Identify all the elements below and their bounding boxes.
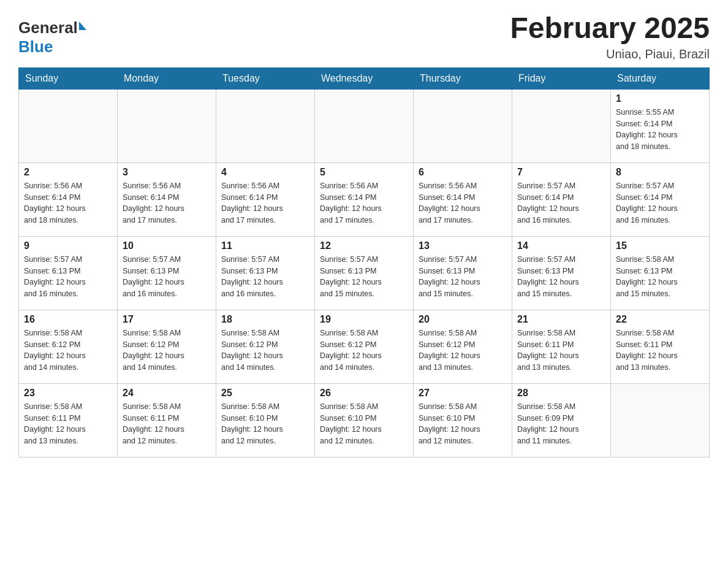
day-number: 18 bbox=[221, 314, 309, 325]
day-info: Sunrise: 5:56 AM Sunset: 6:14 PM Dayligh… bbox=[221, 180, 309, 226]
day-number: 4 bbox=[221, 167, 309, 178]
day-number: 2 bbox=[24, 167, 112, 178]
calendar-week-row: 1Sunrise: 5:55 AM Sunset: 6:14 PM Daylig… bbox=[19, 89, 710, 163]
day-number: 28 bbox=[517, 388, 605, 399]
day-number: 19 bbox=[320, 314, 408, 325]
calendar-cell bbox=[315, 89, 414, 163]
day-info: Sunrise: 5:58 AM Sunset: 6:11 PM Dayligh… bbox=[123, 401, 211, 447]
header-day-friday: Friday bbox=[512, 67, 611, 89]
day-number: 6 bbox=[419, 167, 507, 178]
calendar-cell: 10Sunrise: 5:57 AM Sunset: 6:13 PM Dayli… bbox=[118, 236, 216, 310]
logo-triangle-icon bbox=[79, 21, 86, 30]
calendar-week-row: 9Sunrise: 5:57 AM Sunset: 6:13 PM Daylig… bbox=[19, 236, 710, 310]
day-info: Sunrise: 5:56 AM Sunset: 6:14 PM Dayligh… bbox=[320, 180, 408, 226]
header-day-saturday: Saturday bbox=[611, 67, 710, 89]
day-number: 24 bbox=[123, 388, 211, 399]
location-title: Uniao, Piaui, Brazil bbox=[510, 47, 710, 61]
calendar-cell: 22Sunrise: 5:58 AM Sunset: 6:11 PM Dayli… bbox=[611, 310, 710, 383]
day-info: Sunrise: 5:56 AM Sunset: 6:14 PM Dayligh… bbox=[123, 180, 211, 226]
day-info: Sunrise: 5:58 AM Sunset: 6:10 PM Dayligh… bbox=[221, 401, 309, 447]
calendar-cell: 25Sunrise: 5:58 AM Sunset: 6:10 PM Dayli… bbox=[216, 383, 315, 457]
calendar-cell: 1Sunrise: 5:55 AM Sunset: 6:14 PM Daylig… bbox=[611, 89, 710, 163]
calendar-cell: 3Sunrise: 5:56 AM Sunset: 6:14 PM Daylig… bbox=[118, 163, 216, 236]
day-number: 10 bbox=[123, 240, 211, 251]
day-info: Sunrise: 5:58 AM Sunset: 6:10 PM Dayligh… bbox=[320, 401, 408, 447]
header-day-sunday: Sunday bbox=[19, 67, 118, 89]
day-number: 23 bbox=[24, 388, 112, 399]
day-number: 5 bbox=[320, 167, 408, 178]
day-number: 20 bbox=[419, 314, 507, 325]
day-number: 12 bbox=[320, 240, 408, 251]
day-number: 8 bbox=[616, 167, 704, 178]
day-info: Sunrise: 5:57 AM Sunset: 6:13 PM Dayligh… bbox=[221, 254, 309, 300]
day-info: Sunrise: 5:58 AM Sunset: 6:12 PM Dayligh… bbox=[320, 327, 408, 373]
calendar-cell: 12Sunrise: 5:57 AM Sunset: 6:13 PM Dayli… bbox=[315, 236, 414, 310]
day-number: 27 bbox=[419, 388, 507, 399]
day-info: Sunrise: 5:58 AM Sunset: 6:12 PM Dayligh… bbox=[123, 327, 211, 373]
day-number: 15 bbox=[616, 240, 704, 251]
calendar-cell: 19Sunrise: 5:58 AM Sunset: 6:12 PM Dayli… bbox=[315, 310, 414, 383]
calendar-week-row: 16Sunrise: 5:58 AM Sunset: 6:12 PM Dayli… bbox=[19, 310, 710, 383]
day-info: Sunrise: 5:57 AM Sunset: 6:14 PM Dayligh… bbox=[616, 180, 704, 226]
day-number: 16 bbox=[24, 314, 112, 325]
calendar-cell: 20Sunrise: 5:58 AM Sunset: 6:12 PM Dayli… bbox=[414, 310, 512, 383]
calendar-cell bbox=[216, 89, 315, 163]
calendar-cell: 13Sunrise: 5:57 AM Sunset: 6:13 PM Dayli… bbox=[414, 236, 512, 310]
header-day-tuesday: Tuesday bbox=[216, 67, 315, 89]
calendar-cell: 15Sunrise: 5:58 AM Sunset: 6:13 PM Dayli… bbox=[611, 236, 710, 310]
day-info: Sunrise: 5:58 AM Sunset: 6:12 PM Dayligh… bbox=[221, 327, 309, 373]
day-number: 14 bbox=[517, 240, 605, 251]
day-info: Sunrise: 5:57 AM Sunset: 6:13 PM Dayligh… bbox=[320, 254, 408, 300]
calendar-week-row: 23Sunrise: 5:58 AM Sunset: 6:11 PM Dayli… bbox=[19, 383, 710, 457]
day-info: Sunrise: 5:57 AM Sunset: 6:13 PM Dayligh… bbox=[419, 254, 507, 300]
day-number: 21 bbox=[517, 314, 605, 325]
calendar: SundayMondayTuesdayWednesdayThursdayFrid… bbox=[18, 67, 710, 458]
logo-general-text: General bbox=[18, 18, 78, 37]
calendar-cell: 24Sunrise: 5:58 AM Sunset: 6:11 PM Dayli… bbox=[118, 383, 216, 457]
logo-blue-text: Blue bbox=[18, 37, 53, 56]
calendar-cell: 16Sunrise: 5:58 AM Sunset: 6:12 PM Dayli… bbox=[19, 310, 118, 383]
day-info: Sunrise: 5:58 AM Sunset: 6:10 PM Dayligh… bbox=[419, 401, 507, 447]
calendar-cell bbox=[414, 89, 512, 163]
calendar-cell: 14Sunrise: 5:57 AM Sunset: 6:13 PM Dayli… bbox=[512, 236, 611, 310]
day-number: 26 bbox=[320, 388, 408, 399]
day-info: Sunrise: 5:57 AM Sunset: 6:13 PM Dayligh… bbox=[24, 254, 112, 300]
calendar-cell bbox=[611, 383, 710, 457]
calendar-header-row: SundayMondayTuesdayWednesdayThursdayFrid… bbox=[19, 67, 710, 89]
day-number: 3 bbox=[123, 167, 211, 178]
calendar-cell: 28Sunrise: 5:58 AM Sunset: 6:09 PM Dayli… bbox=[512, 383, 611, 457]
calendar-cell: 17Sunrise: 5:58 AM Sunset: 6:12 PM Dayli… bbox=[118, 310, 216, 383]
calendar-cell: 21Sunrise: 5:58 AM Sunset: 6:11 PM Dayli… bbox=[512, 310, 611, 383]
calendar-cell: 2Sunrise: 5:56 AM Sunset: 6:14 PM Daylig… bbox=[19, 163, 118, 236]
day-info: Sunrise: 5:58 AM Sunset: 6:11 PM Dayligh… bbox=[517, 327, 605, 373]
calendar-cell bbox=[118, 89, 216, 163]
day-number: 25 bbox=[221, 388, 309, 399]
calendar-cell: 6Sunrise: 5:56 AM Sunset: 6:14 PM Daylig… bbox=[414, 163, 512, 236]
calendar-cell: 7Sunrise: 5:57 AM Sunset: 6:14 PM Daylig… bbox=[512, 163, 611, 236]
day-number: 1 bbox=[616, 93, 704, 104]
header-day-monday: Monday bbox=[118, 67, 216, 89]
calendar-cell: 18Sunrise: 5:58 AM Sunset: 6:12 PM Dayli… bbox=[216, 310, 315, 383]
day-number: 13 bbox=[419, 240, 507, 251]
title-area: February 2025 Uniao, Piaui, Brazil bbox=[510, 12, 710, 61]
day-info: Sunrise: 5:57 AM Sunset: 6:13 PM Dayligh… bbox=[517, 254, 605, 300]
calendar-cell: 8Sunrise: 5:57 AM Sunset: 6:14 PM Daylig… bbox=[611, 163, 710, 236]
calendar-cell: 9Sunrise: 5:57 AM Sunset: 6:13 PM Daylig… bbox=[19, 236, 118, 310]
day-number: 7 bbox=[517, 167, 605, 178]
calendar-cell bbox=[19, 89, 118, 163]
calendar-week-row: 2Sunrise: 5:56 AM Sunset: 6:14 PM Daylig… bbox=[19, 163, 710, 236]
day-info: Sunrise: 5:56 AM Sunset: 6:14 PM Dayligh… bbox=[419, 180, 507, 226]
calendar-cell: 5Sunrise: 5:56 AM Sunset: 6:14 PM Daylig… bbox=[315, 163, 414, 236]
calendar-cell: 23Sunrise: 5:58 AM Sunset: 6:11 PM Dayli… bbox=[19, 383, 118, 457]
day-number: 9 bbox=[24, 240, 112, 251]
calendar-cell: 4Sunrise: 5:56 AM Sunset: 6:14 PM Daylig… bbox=[216, 163, 315, 236]
day-number: 22 bbox=[616, 314, 704, 325]
month-title: February 2025 bbox=[510, 12, 710, 45]
header-day-wednesday: Wednesday bbox=[315, 67, 414, 89]
day-info: Sunrise: 5:58 AM Sunset: 6:13 PM Dayligh… bbox=[616, 254, 704, 300]
day-info: Sunrise: 5:55 AM Sunset: 6:14 PM Dayligh… bbox=[616, 107, 704, 153]
day-info: Sunrise: 5:56 AM Sunset: 6:14 PM Dayligh… bbox=[24, 180, 112, 226]
day-info: Sunrise: 5:58 AM Sunset: 6:11 PM Dayligh… bbox=[24, 401, 112, 447]
day-info: Sunrise: 5:57 AM Sunset: 6:13 PM Dayligh… bbox=[123, 254, 211, 300]
day-number: 11 bbox=[221, 240, 309, 251]
